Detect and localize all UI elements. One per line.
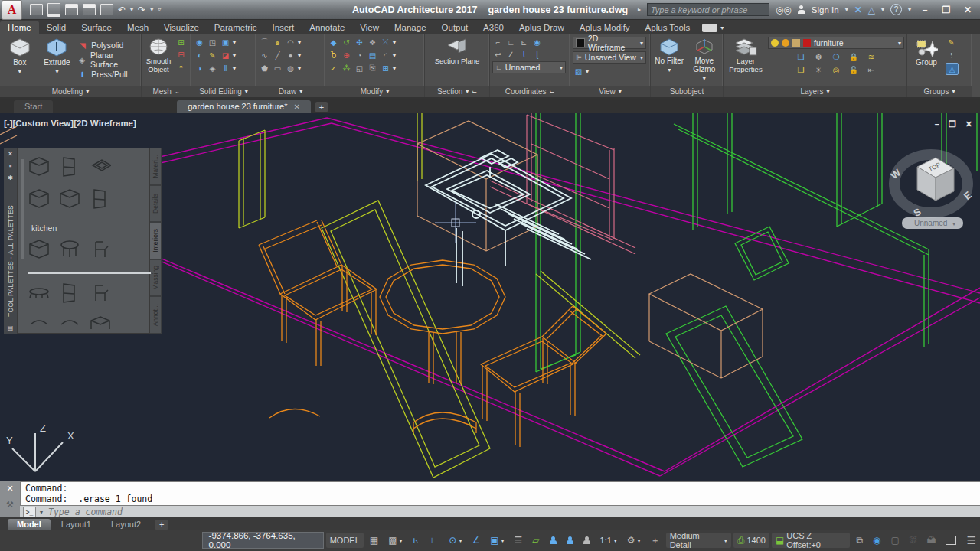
share-icon[interactable]: 🏔 [923,533,939,548]
transparency-toggle[interactable]: ▱ [528,533,543,548]
arc-item-icon[interactable] [59,315,80,329]
ucs-offset-button[interactable]: ⬓UCS Z Offset:+0 [772,533,851,548]
command-input[interactable] [47,506,977,518]
ribbon-options-caret-icon[interactable]: ▾ [720,24,724,31]
selection-cycling-toggle[interactable] [546,533,560,548]
kitchen-sink-icon[interactable] [90,156,111,178]
close-button[interactable]: ✕ [960,5,975,15]
modify-erase-icon[interactable]: ✓ [328,63,339,73]
draw-polygon-icon[interactable]: ⬟ [259,63,270,73]
model-space-button[interactable]: MODEL [326,533,364,548]
palette-title-bar[interactable]: ✕ ⏸ ✱ TOOL PALETTES - ALL PALETTES ▤ [4,148,17,334]
panel-footer-view[interactable]: View▾ [570,86,650,97]
tab-aplus-tools[interactable]: Aplus Tools [638,21,698,34]
solidedit-clean-icon[interactable]: ◈ [207,63,218,73]
tab-surface[interactable]: Surface [74,21,119,34]
modify-3dalign-icon[interactable]: ⤫ [380,37,391,47]
annotation-scale-value[interactable]: ⎙1400 [733,533,769,548]
panel-footer-subobject[interactable]: Subobject [651,86,723,97]
panel-footer-draw[interactable]: Draw▾ [256,86,325,97]
mesh-reduce-icon[interactable]: ⊟ [175,49,187,60]
panel-footer-groups[interactable]: Groups▾ [907,86,972,97]
polysolid-button[interactable]: ◥Polysolid [77,40,139,51]
panel-footer-mesh[interactable]: Mesh⌄ [142,86,191,97]
panel-footer-modeling[interactable]: Modeling▾ [0,86,141,97]
modify-slice-icon[interactable]: ◆ [328,37,339,47]
layer-freeze-icon[interactable]: ❆ [813,51,825,62]
capture-icon[interactable] [702,24,717,32]
ungroup-icon[interactable]: ⁝ [946,50,957,60]
command-customize-icon[interactable]: ⚒ [6,500,14,510]
autodesk-a360-icon[interactable]: △ [868,5,875,15]
new-drawing-tab-button[interactable]: + [315,102,328,112]
snap-mode-toggle[interactable]: ▩▾ [384,533,406,548]
search-icon[interactable]: ◎◎ [776,5,792,15]
layer-match-icon[interactable]: ≋ [866,51,877,62]
viewport-restore-icon[interactable]: ❐ [949,119,956,129]
tab-visualize[interactable]: Visualize [156,21,207,34]
palette-tab-details[interactable]: Details [150,185,162,223]
viewport-controls-label[interactable]: [-][Custom View][2D Wireframe] [4,119,136,128]
palette-tab-materials[interactable]: Materi... [150,148,162,185]
new-layout-button[interactable]: + [155,520,168,530]
tab-a360[interactable]: A360 [475,21,511,34]
layer-unisolate-icon[interactable]: ❐ [795,64,807,75]
palette-properties-icon[interactable]: ✱ [8,174,13,181]
tab-output[interactable]: Output [434,21,476,34]
viewport-config-icon[interactable]: ▧ [573,66,584,77]
kitchen-tall-cabinet-icon[interactable] [90,188,111,210]
palette-autohide-icon[interactable]: ⏸ [9,162,12,170]
layer-thaw-all-icon[interactable]: ☀ [813,64,825,75]
modify-3dmove-icon[interactable]: ✢ [354,37,365,47]
sign-in-button[interactable]: Sign In [812,5,839,15]
solidedit-fillet-icon[interactable]: ✎ [207,50,218,60]
exchange-apps-icon[interactable]: ✕ [854,5,862,15]
3d-object-snap-toggle[interactable] [563,533,577,548]
group-edit-icon[interactable]: ✎ [946,37,957,47]
tab-aplus-modify[interactable]: Aplus Modify [572,21,638,34]
tab-home[interactable]: Home [0,21,39,34]
viewcube-ucs-caret-icon[interactable]: ▾ [952,220,956,227]
isolate-objects-toggle[interactable]: ⧉ [852,533,867,548]
dining-set-icon[interactable] [28,282,50,304]
layer-off-icon[interactable]: ❍ [831,51,842,62]
fullscreen-toggle[interactable] [942,533,960,548]
kitchen-stove-icon[interactable] [28,156,50,178]
solidedit-subtract-icon[interactable]: ◐ [194,50,205,60]
lineweight-toggle[interactable]: ☰ [511,533,527,548]
ucs-name-dropdown[interactable]: ∟Unnamed▾ [492,61,566,73]
visual-style-dropdown[interactable]: 2D Wireframe▾ [573,37,646,49]
viewcube[interactable]: TOP W S E Unnamed ▾ [888,135,977,231]
layout-tab-layout2[interactable]: Layout2 [102,519,150,530]
recent-commands-caret-icon[interactable]: ▾ [40,509,43,516]
panel-footer-solid-editing[interactable]: Solid Editing▾ [191,86,256,97]
viewport-close-icon[interactable]: ✕ [965,119,972,129]
kitchen-wall-cabinet-icon[interactable] [59,188,80,210]
palette-grip-icon[interactable]: ▤ [8,324,14,331]
ucs-origin-icon[interactable]: ◉ [531,37,543,47]
round-table-icon[interactable] [59,239,80,260]
group-selection-toggle-icon[interactable]: ◬ [946,63,959,75]
tab-annotate[interactable]: Annotate [302,21,352,34]
draw-spline-icon[interactable]: ∿ [259,50,270,60]
panel-footer-section[interactable]: Section▾⌙ [425,86,489,97]
workspace-switching-button[interactable]: ⚙▾ [623,533,645,548]
press-pull-button[interactable]: ⬆Press/Pull [77,69,139,80]
armchair-icon[interactable] [90,282,111,304]
chair-icon[interactable] [90,239,111,260]
layer-on-icon[interactable] [771,39,779,47]
layer-unlock-icon[interactable] [792,39,800,47]
tab-view[interactable]: View [352,21,387,34]
open-file-icon[interactable] [47,3,60,17]
panel-footer-layers[interactable]: Layers▾ [724,86,906,97]
graphics-performance-icon[interactable]: ⛆ [906,533,921,548]
modify-stretch-icon[interactable]: ◱ [354,63,365,73]
ucs-named-icon[interactable]: ⌐ [492,37,504,47]
tab-manage[interactable]: Manage [387,21,434,34]
undo-caret-icon[interactable]: ▾ [130,6,133,13]
qat-customize-icon[interactable]: ▿ [158,6,161,13]
arc-item-icon[interactable] [28,315,50,329]
draw-circle-icon[interactable]: ● [285,50,296,60]
undo-icon[interactable]: ↶ [118,5,126,15]
tab-aplus-draw[interactable]: Aplus Draw [511,21,572,34]
